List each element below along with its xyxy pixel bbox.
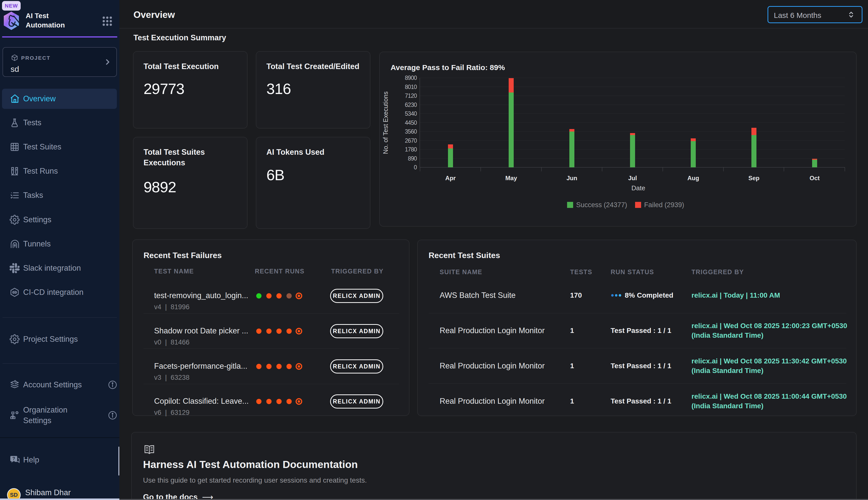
svg-text:Aug: Aug <box>688 175 699 181</box>
svg-text:2670: 2670 <box>405 137 417 144</box>
svg-text:No. of Test Executions: No. of Test Executions <box>382 91 389 154</box>
svg-text:Date: Date <box>632 184 645 192</box>
svg-text:8010: 8010 <box>405 84 417 90</box>
svg-text:1780: 1780 <box>405 146 417 153</box>
svg-text:7120: 7120 <box>405 92 417 99</box>
svg-text:3560: 3560 <box>405 128 417 135</box>
svg-text:?: ? <box>12 456 15 461</box>
svg-text:8900: 8900 <box>405 75 417 81</box>
svg-text:Sep: Sep <box>748 175 760 181</box>
svg-text:Apr: Apr <box>445 175 456 181</box>
svg-text:Jul: Jul <box>628 175 637 181</box>
svg-text:Jun: Jun <box>566 175 577 181</box>
svg-text:Success (24377): Success (24377) <box>576 201 627 209</box>
svg-text:Failed (2939): Failed (2939) <box>644 201 684 209</box>
svg-text:6230: 6230 <box>405 102 417 108</box>
svg-text:May: May <box>505 175 517 181</box>
svg-text:Oct: Oct <box>810 175 820 181</box>
svg-text:890: 890 <box>408 155 417 162</box>
svg-text:4450: 4450 <box>405 120 417 126</box>
svg-text:5340: 5340 <box>405 110 417 117</box>
svg-text:0: 0 <box>414 164 417 171</box>
